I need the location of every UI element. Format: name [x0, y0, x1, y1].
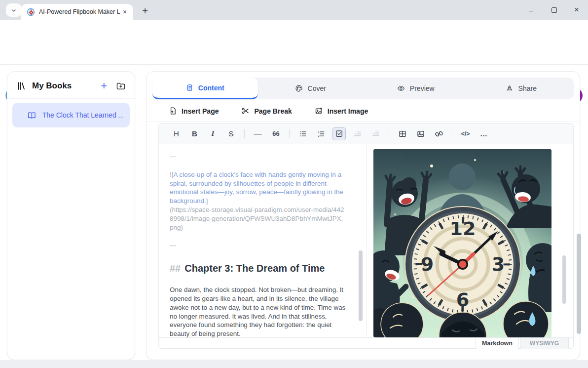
folder-plus-icon — [116, 81, 126, 91]
sidebar-divider — [7, 98, 135, 99]
file-plus-icon — [169, 107, 177, 115]
strikethrough-button[interactable]: S — [224, 127, 238, 140]
sidebar-item-book[interactable]: The Clock That Learned ... — [12, 103, 130, 127]
generated-clock-illustration: 12 3 6 9 — [373, 149, 551, 337]
browser-window: AI-Powered Flipbook Maker Lite × + – × ←… — [0, 0, 588, 368]
markdown-image-block: ![A close-up of a clock’s face with hand… — [170, 170, 346, 232]
insert-image-button[interactable]: Insert Image — [315, 107, 368, 115]
app-header: AI Flipbook Maker Lite Powered by Visual… — [0, 42, 588, 65]
blockquote-button[interactable]: 66 — [269, 127, 283, 140]
new-tab-button[interactable]: + — [138, 4, 152, 18]
image-button[interactable] — [414, 127, 427, 140]
bullet-list-icon — [298, 129, 307, 138]
image-alt-text: A close-up of a clock’s face with hands … — [170, 171, 343, 204]
sidebar-title: My Books — [32, 81, 92, 91]
favicon-visual-paradigm — [27, 8, 35, 16]
rocket-icon — [506, 84, 514, 92]
insert-toolbar: Insert Page Page Break Insert Image — [147, 100, 579, 122]
markdown-mode-button[interactable]: Markdown — [476, 338, 519, 349]
italic-button[interactable]: I — [206, 127, 220, 140]
editor-scrollbar-thumb[interactable] — [359, 250, 363, 321]
svg-text:1: 1 — [318, 130, 320, 133]
book-title: The Clock That Learned ... — [42, 111, 123, 119]
editor-mode-bar: Markdown WYSIWYG — [159, 337, 573, 349]
table-icon — [398, 129, 407, 138]
page-scrollbar-thumb[interactable] — [577, 234, 581, 334]
checkbox-checked-icon — [335, 129, 343, 138]
chapter-heading: ##Chapter 3: The Dream of Time — [170, 262, 347, 275]
link-icon — [435, 129, 443, 138]
table-button[interactable] — [396, 127, 409, 140]
format-toolbar: H B I S — 66 12 — [159, 123, 573, 144]
eye-icon — [397, 84, 405, 92]
ordered-list-button[interactable]: 12 — [314, 127, 328, 140]
window-minimize-button[interactable]: – — [520, 0, 543, 20]
window-close-button[interactable]: × — [565, 0, 588, 20]
indent-icon — [353, 129, 362, 138]
book-open-icon — [27, 111, 37, 120]
view-tabbar: Content Cover Preview Share — [152, 78, 574, 99]
image-icon — [416, 129, 425, 138]
editor-split: --- ![A close-up of a clock’s face with … — [159, 144, 573, 337]
link-button[interactable] — [432, 127, 445, 140]
svg-text:6: 6 — [456, 289, 469, 311]
horizontal-rule-button[interactable]: — — [251, 127, 264, 140]
ordered-list-icon: 12 — [317, 129, 326, 138]
preview-scrollbar-thumb[interactable] — [562, 255, 566, 304]
markdown-editor: H B I S — 66 12 — [158, 123, 574, 349]
chapter-paragraph: One dawn, the clock stopped. Not broken—… — [170, 286, 347, 337]
image-preview: 12 3 6 9 — [373, 149, 551, 337]
tab-search-button[interactable] — [6, 3, 22, 17]
page-bottom-strip — [0, 360, 588, 368]
tab-preview[interactable]: Preview — [363, 78, 469, 99]
tab-content[interactable]: Content — [152, 78, 258, 99]
insert-page-button[interactable]: Insert Page — [169, 107, 219, 115]
markdown-text-area[interactable]: --- ![A close-up of a clock’s face with … — [159, 144, 367, 337]
image-url-text: (https://space-storage.visual-paradigm.c… — [170, 206, 344, 231]
toolbar-separator — [452, 129, 452, 138]
editor-divider — [367, 144, 367, 337]
code-button[interactable]: </> — [459, 127, 472, 140]
maximize-icon — [551, 7, 557, 13]
markdown-hr: --- — [170, 241, 347, 250]
bold-button[interactable]: B — [188, 127, 201, 140]
browser-tab-strip: AI-Powered Flipbook Maker Lite × + – × — [0, 0, 588, 20]
scissors-icon — [241, 107, 250, 115]
new-folder-button[interactable] — [116, 81, 126, 91]
indent-button[interactable] — [351, 127, 364, 140]
image-plus-icon — [315, 107, 323, 115]
chevron-down-icon — [11, 7, 17, 13]
outdent-button[interactable] — [369, 127, 382, 140]
toolbar-separator — [244, 129, 245, 138]
sidebar-header: My Books + — [7, 72, 135, 98]
library-icon — [16, 81, 27, 91]
bullet-list-button[interactable] — [296, 127, 309, 140]
toolbar-separator — [289, 129, 290, 138]
heading-button[interactable]: H — [170, 127, 183, 140]
task-list-button[interactable] — [332, 127, 346, 140]
svg-text:2: 2 — [318, 134, 320, 137]
svg-text:9: 9 — [421, 253, 434, 275]
svg-text:3: 3 — [492, 253, 505, 275]
page-break-button[interactable]: Page Break — [241, 107, 292, 115]
outdent-icon — [371, 129, 380, 138]
more-options-button[interactable]: … — [477, 127, 490, 140]
tab-close-icon[interactable]: × — [120, 7, 129, 16]
svg-text:12: 12 — [450, 218, 476, 240]
palette-icon — [295, 84, 303, 92]
tab-cover[interactable]: Cover — [258, 78, 364, 99]
markdown-hr: --- — [170, 152, 347, 161]
browser-tab[interactable]: AI-Powered Flipbook Maker Lite × — [21, 4, 133, 20]
window-maximize-button[interactable] — [543, 0, 565, 20]
document-icon — [186, 84, 193, 91]
editor-panel: Content Cover Preview Share Insert Page — [146, 71, 580, 360]
tab-share[interactable]: Share — [469, 78, 574, 99]
add-book-button[interactable]: + — [97, 81, 111, 91]
my-books-sidebar: My Books + The Clock That Learned ... — [7, 71, 135, 360]
tab-title: AI-Powered Flipbook Maker Lite — [39, 8, 120, 15]
wysiwyg-mode-button[interactable]: WYSIWYG — [520, 338, 569, 349]
browser-toolbar: ← → ai-toolbox.visual-paradigm.com/app/a… — [0, 20, 588, 42]
toolbar-separator — [389, 129, 389, 138]
